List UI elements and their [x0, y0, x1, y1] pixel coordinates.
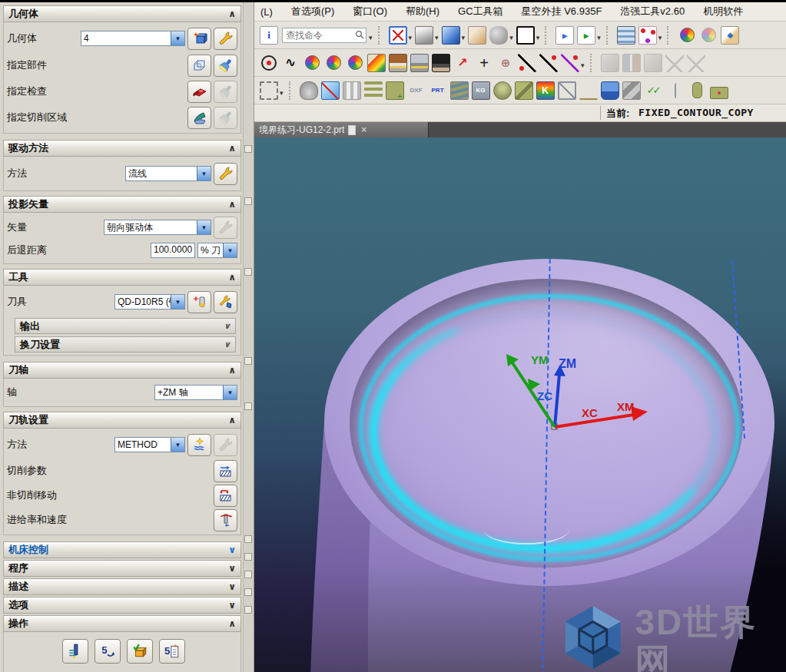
- layer-stack-icon[interactable]: [450, 81, 469, 100]
- projection-vector-combo[interactable]: 朝向驱动体: [104, 220, 211, 235]
- tool-combo[interactable]: QD-D10R5 (铣: [114, 294, 185, 310]
- chevron-up-icon[interactable]: [228, 365, 236, 376]
- kg-monitor-icon[interactable]: KG: [472, 81, 490, 100]
- panel-grip[interactable]: [244, 145, 252, 153]
- edit-drive-method-button[interactable]: [214, 163, 237, 185]
- menu-item[interactable]: 机明软件: [703, 5, 743, 18]
- section-geometry[interactable]: 几何体: [3, 5, 241, 22]
- new-tool-button[interactable]: [187, 291, 211, 313]
- plus-icon[interactable]: +: [475, 54, 493, 72]
- dropdown-arrow-icon[interactable]: ▾: [658, 34, 662, 41]
- non-cutting-moves-button[interactable]: [214, 485, 237, 507]
- line-icon[interactable]: [518, 54, 536, 72]
- dxf-export-icon[interactable]: DXF: [407, 81, 426, 100]
- section-machine-control[interactable]: 机床控制: [3, 541, 241, 558]
- generate-toolpath-button[interactable]: [62, 639, 88, 664]
- panel-grip[interactable]: [244, 197, 252, 205]
- object-display-icon[interactable]: [678, 26, 696, 45]
- dropdown-arrow-icon[interactable]: [171, 31, 184, 45]
- panel-grip[interactable]: [244, 588, 252, 596]
- dropdown-arrow-icon[interactable]: ▾: [597, 34, 601, 41]
- tab-close-icon[interactable]: ×: [361, 124, 366, 135]
- drive-method-combo[interactable]: 流线: [125, 166, 211, 181]
- chevron-down-icon[interactable]: [224, 339, 230, 349]
- wireframe-box-icon[interactable]: [558, 81, 576, 100]
- cutting-parameters-button[interactable]: [214, 460, 237, 482]
- chevron-up-icon[interactable]: [228, 8, 236, 19]
- background-color-swatch[interactable]: [516, 26, 535, 45]
- plotter-icon[interactable]: [601, 81, 619, 100]
- panel-grip[interactable]: [244, 357, 252, 365]
- tool-axis-combo[interactable]: +ZM 轴: [154, 385, 237, 400]
- step-block-icon[interactable]: [515, 81, 533, 100]
- list-toolpath-button[interactable]: 5: [159, 639, 185, 664]
- dropdown-arrow-icon[interactable]: ▾: [536, 34, 540, 41]
- dropdown-arrow-icon[interactable]: [223, 386, 237, 399]
- menu-item[interactable]: 浩强工具v2.60: [620, 5, 685, 18]
- chevron-up-icon[interactable]: [228, 143, 236, 154]
- panel-grip[interactable]: [244, 402, 252, 410]
- prt-export-icon[interactable]: PRT: [429, 81, 447, 100]
- artistic-image-icon[interactable]: K: [536, 81, 555, 100]
- dropdown-arrow-icon[interactable]: ▾: [280, 89, 284, 97]
- dropdown-arrow-icon[interactable]: [223, 243, 237, 257]
- flow-planes-icon[interactable]: [343, 81, 361, 100]
- face-analysis-icon[interactable]: [468, 26, 486, 45]
- region-target-icon[interactable]: [386, 81, 404, 100]
- section-drive-method[interactable]: 驱动方法: [3, 140, 241, 157]
- point-icon[interactable]: [261, 55, 277, 71]
- menu-item[interactable]: 首选项(P): [291, 5, 334, 18]
- panel-grip[interactable]: [244, 268, 252, 276]
- boss-cylinder-icon[interactable]: [493, 81, 512, 100]
- split-window-icon[interactable]: [577, 26, 595, 45]
- line-endpoint-icon[interactable]: [539, 54, 558, 72]
- view-orientation-icon[interactable]: [415, 26, 433, 45]
- retract-distance-input[interactable]: 100.0000: [151, 243, 195, 258]
- chevron-up-icon[interactable]: [228, 415, 236, 425]
- constraint-network-icon[interactable]: [638, 26, 657, 45]
- pin-icon[interactable]: [675, 83, 676, 98]
- vector-icon[interactable]: ↗: [453, 54, 472, 72]
- colored-line-icon[interactable]: [561, 54, 579, 72]
- tool-holder-black-icon[interactable]: [432, 54, 450, 72]
- select-part-button[interactable]: [187, 55, 211, 77]
- chevron-down-icon[interactable]: [228, 545, 236, 555]
- select-check-button[interactable]: [187, 81, 211, 103]
- section-path-settings[interactable]: 刀轨设置: [3, 412, 241, 429]
- section-projection-vector[interactable]: 投影矢量: [3, 196, 241, 213]
- dropdown-arrow-icon[interactable]: ▾: [435, 34, 439, 41]
- highlight-part-button[interactable]: [214, 55, 237, 77]
- chevron-down-icon[interactable]: [228, 600, 236, 611]
- dropdown-arrow-icon[interactable]: ▾: [409, 34, 413, 41]
- part-tab[interactable]: 境界练习-UG12-2.prt ×: [254, 122, 429, 137]
- dropdown-arrow-icon[interactable]: ▾: [581, 61, 585, 69]
- display-tree-icon[interactable]: [324, 54, 343, 72]
- info-tooltip-icon[interactable]: i: [260, 26, 278, 45]
- edit-display-icon[interactable]: [346, 54, 364, 72]
- new-method-button[interactable]: [187, 434, 211, 456]
- menu-item[interactable]: GC工具箱: [458, 5, 503, 18]
- edit-geometry-button[interactable]: [214, 28, 237, 50]
- menu-item[interactable]: (L): [260, 6, 273, 18]
- zigzag-path-icon[interactable]: [364, 81, 383, 100]
- new-window-icon[interactable]: [556, 26, 574, 45]
- section-program[interactable]: 程序: [3, 560, 241, 577]
- fit-view-icon[interactable]: [389, 26, 407, 45]
- edit-tool-button[interactable]: [214, 291, 237, 313]
- section-description[interactable]: 描述: [3, 578, 241, 595]
- graphics-window[interactable]: YM ZM ZC XC XM 3D世界网 WWW.3DSJW.COM: [254, 137, 786, 672]
- tool-holder-orange-icon[interactable]: [389, 54, 407, 72]
- chevron-down-icon[interactable]: [228, 563, 236, 574]
- section-options[interactable]: 选项: [3, 597, 241, 614]
- panel-grip[interactable]: [244, 553, 252, 561]
- geometry-combo[interactable]: 4: [81, 31, 185, 46]
- dropdown-arrow-icon[interactable]: ▾: [462, 34, 466, 41]
- menu-item[interactable]: 窗口(O): [353, 5, 387, 18]
- menu-item[interactable]: 帮助(H): [406, 5, 439, 18]
- select-cut-area-button[interactable]: [187, 107, 211, 129]
- dropdown-arrow-icon[interactable]: [197, 220, 211, 234]
- dialog-resize-gutter[interactable]: [243, 2, 254, 672]
- section-tool-axis[interactable]: 刀轴: [3, 362, 241, 379]
- feeds-speeds-button[interactable]: [214, 509, 237, 531]
- layer-settings-icon[interactable]: [617, 26, 635, 45]
